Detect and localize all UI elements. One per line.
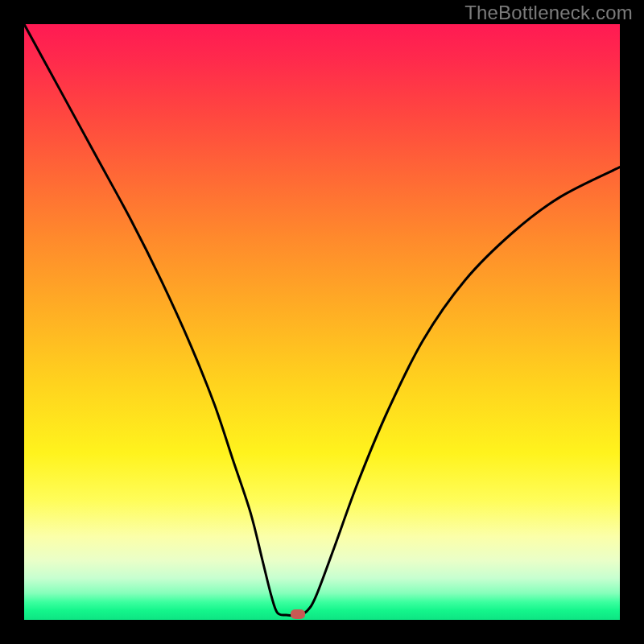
optimum-marker <box>291 609 305 619</box>
chart-frame: TheBottleneck.com <box>0 0 644 644</box>
bottleneck-curve <box>24 24 620 620</box>
watermark-text: TheBottleneck.com <box>464 2 633 24</box>
plot-area <box>24 24 620 620</box>
